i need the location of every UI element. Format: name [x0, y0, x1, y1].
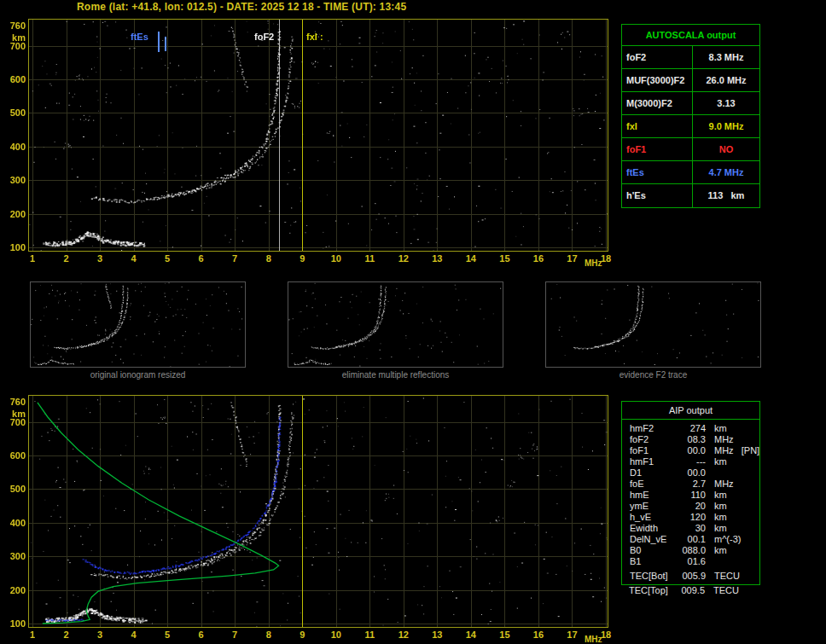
aip-param-value: 08.3 — [675, 434, 706, 445]
x-tick-10: 10 — [331, 629, 341, 641]
aip-param-value: 274 — [675, 423, 706, 434]
autoscala-output-table: AUTOSCALA output foF28.3 MHzMUF(3000)F22… — [621, 24, 760, 208]
autoscala-window: Rome (lat: +41.8, lon: 012.5) - DATE: 20… — [0, 0, 826, 644]
x-tick-7: 7 — [232, 253, 237, 264]
aip-param-label: B0 — [622, 545, 675, 556]
fxI-marker-label: fxI : — [306, 32, 323, 42]
autoscala-param-value: 3.13 — [693, 92, 759, 114]
aip-row-foF2: foF208.3MHz — [622, 434, 759, 445]
autoscala-row-foF1: foF1NO — [622, 138, 759, 161]
aip-param-label: B1 — [622, 556, 675, 567]
y-tick-400: 400 — [3, 142, 26, 153]
x-tick-16: 16 — [533, 253, 544, 264]
x-tick-8: 8 — [266, 253, 271, 264]
aip-param-unit: MHz — [706, 434, 734, 445]
autoscala-param-value: 8.3 MHz — [693, 46, 759, 68]
foF2-marker-label: foF2 — [254, 32, 274, 42]
x-tick-16: 16 — [533, 629, 544, 641]
aip-param-unit: km — [706, 545, 727, 556]
thumbnail-original-ionogram — [30, 281, 246, 368]
aip-param-unit — [706, 556, 714, 567]
autoscala-param-value: 113 km — [693, 184, 759, 207]
aip-row-hmF1: hmF1---km — [622, 456, 759, 467]
y-tick-760: 760 — [3, 397, 26, 408]
autoscala-row-MUF(3000)F2: MUF(3000)F226.0 MHz — [622, 69, 759, 92]
aip-param-value: 2.7 — [675, 479, 706, 490]
aip-param-value: 088.0 — [675, 545, 706, 556]
y-tick-500: 500 — [3, 107, 26, 119]
autoscala-param-label: foF2 — [622, 46, 693, 68]
aip-param-value: 30 — [675, 523, 706, 534]
aip-row-B0: B0088.0km — [622, 545, 759, 556]
autoscala-param-label: fxI — [622, 115, 693, 137]
autoscala-param-label: h'Es — [622, 184, 693, 207]
y-tick-300: 300 — [3, 175, 26, 186]
y-tick-500: 500 — [3, 484, 26, 495]
aip-param-unit: m^(-3) — [706, 534, 741, 545]
x-tick-18: 18 — [601, 629, 611, 641]
thumbnail-original-caption: original ionogram resized — [30, 370, 246, 380]
thumbnail-eliminate-multiples-caption: eliminate multiple reflections — [288, 370, 503, 380]
aip-table-rows: hmF2274kmfoF208.3MHzfoF100.0MHz [PN]hmF1… — [622, 420, 759, 567]
aip-row-B1: B101.6 — [622, 556, 759, 567]
aip-tec-top-row: TEC[Top]009.5TECU — [621, 585, 760, 596]
x-tick-4: 4 — [131, 253, 137, 264]
autoscala-table-rows: foF28.3 MHzMUF(3000)F226.0 MHzM(3000)F23… — [622, 46, 759, 207]
x-tick-6: 6 — [199, 629, 204, 641]
x-tick-11: 11 — [364, 629, 375, 641]
aip-param-unit: km — [706, 523, 727, 534]
x-tick-17: 17 — [567, 629, 577, 641]
x-tick-8: 8 — [266, 629, 271, 641]
thumbnail-f2-trace — [545, 281, 761, 368]
x-tick-13: 13 — [432, 253, 442, 264]
autoscala-row-ftEs: ftEs4.7 MHz — [622, 161, 759, 184]
autoscala-row-M(3000)F2: M(3000)F23.13 — [622, 92, 759, 115]
autoscala-param-label: foF1 — [622, 138, 693, 160]
x-tick-7: 7 — [232, 629, 237, 641]
aip-param-label: TEC[Top] — [621, 585, 674, 596]
thumbnail-original-canvas — [31, 282, 245, 367]
x-tick-5: 5 — [165, 253, 170, 264]
x-axis-unit: MHz — [585, 258, 602, 268]
aip-param-unit: km — [706, 501, 727, 512]
aip-param-value: 01.6 — [675, 556, 706, 567]
aip-param-unit: MHz [PN] — [706, 445, 759, 456]
ionogram-bottom-plot — [28, 395, 608, 628]
ftEs-marker-label: ftEs — [131, 32, 148, 42]
autoscala-param-label: M(3000)F2 — [622, 92, 693, 114]
aip-param-label: hmF2 — [622, 423, 675, 434]
thumbnail-f2-trace-canvas — [546, 282, 760, 367]
aip-param-label: TEC[Bot] — [622, 571, 675, 582]
aip-param-label: foF2 — [622, 434, 675, 445]
aip-param-value: 00.0 — [675, 467, 706, 479]
x-axis-unit: MHz — [585, 635, 602, 644]
x-tick-15: 15 — [499, 253, 509, 264]
aip-param-label: foF1 — [622, 445, 675, 456]
aip-row-D1: D100.0 — [622, 467, 759, 479]
aip-tec-bot-row: TEC[Bot]005.9TECU — [622, 571, 759, 584]
thumbnail-eliminate-multiples-canvas — [288, 282, 503, 367]
y-tick-200: 200 — [3, 585, 26, 596]
aip-row-hmE: hmE110km — [622, 490, 759, 501]
aip-row-hmF2: hmF2274km — [622, 423, 759, 434]
aip-table-header: AIP output — [622, 402, 759, 420]
aip-param-label: h_vE — [622, 512, 675, 523]
x-tick-4: 4 — [131, 629, 137, 641]
autoscala-param-label: ftEs — [622, 161, 693, 183]
y-axis-unit: km — [3, 409, 26, 420]
aip-param-unit: MHz — [706, 479, 734, 490]
aip-param-value: 005.9 — [675, 571, 706, 582]
y-axis-unit: km — [3, 32, 26, 44]
aip-row-TEC[Top]: TEC[Top]009.5TECU — [621, 585, 760, 596]
x-tick-14: 14 — [466, 629, 476, 641]
aip-param-value: 00.0 — [675, 445, 706, 456]
aip-row-ymE: ymE20km — [622, 501, 759, 512]
aip-param-value: 120 — [675, 512, 706, 523]
aip-row-TEC[Bot]: TEC[Bot]005.9TECU — [622, 571, 759, 582]
x-tick-5: 5 — [165, 629, 170, 641]
aip-param-value: --- — [675, 456, 706, 467]
autoscala-param-value: 9.0 MHz — [693, 115, 759, 137]
x-tick-3: 3 — [97, 629, 102, 641]
aip-output-table: AIP output hmF2274kmfoF208.3MHzfoF100.0M… — [621, 401, 760, 585]
y-tick-200: 200 — [3, 209, 26, 220]
